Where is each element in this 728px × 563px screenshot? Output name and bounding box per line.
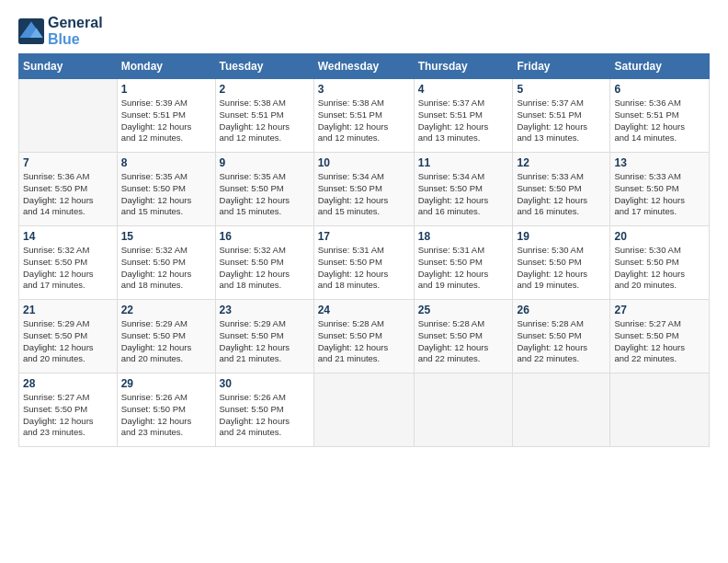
week-row-4: 21Sunrise: 5:29 AM Sunset: 5:50 PM Dayli… <box>19 300 710 373</box>
day-number: 5 <box>517 83 606 96</box>
calendar-cell: 28Sunrise: 5:27 AM Sunset: 5:50 PM Dayli… <box>19 373 118 447</box>
calendar-cell: 6Sunrise: 5:36 AM Sunset: 5:51 PM Daylig… <box>610 79 710 153</box>
day-number: 4 <box>418 83 509 96</box>
calendar-cell: 25Sunrise: 5:28 AM Sunset: 5:50 PM Dayli… <box>414 300 513 373</box>
calendar-cell <box>313 373 414 447</box>
day-number: 9 <box>220 156 310 169</box>
calendar-cell <box>19 79 118 153</box>
calendar-cell: 27Sunrise: 5:27 AM Sunset: 5:50 PM Dayli… <box>610 300 710 373</box>
calendar-cell <box>610 373 710 447</box>
calendar-cell: 12Sunrise: 5:33 AM Sunset: 5:50 PM Dayli… <box>513 153 610 226</box>
cell-info: Sunrise: 5:28 AM Sunset: 5:50 PM Dayligh… <box>517 318 606 365</box>
day-number: 13 <box>614 156 705 169</box>
day-number: 12 <box>517 156 606 169</box>
calendar-cell: 29Sunrise: 5:26 AM Sunset: 5:50 PM Dayli… <box>117 373 215 447</box>
day-number: 23 <box>220 304 310 316</box>
cell-info: Sunrise: 5:31 AM Sunset: 5:50 PM Dayligh… <box>418 245 509 292</box>
calendar-cell: 11Sunrise: 5:34 AM Sunset: 5:50 PM Dayli… <box>414 153 513 226</box>
cell-info: Sunrise: 5:27 AM Sunset: 5:50 PM Dayligh… <box>614 318 705 365</box>
day-number: 11 <box>418 156 509 169</box>
day-number: 6 <box>614 83 705 96</box>
day-number: 22 <box>121 304 211 316</box>
header: General Blue <box>18 15 710 48</box>
day-number: 27 <box>614 304 705 316</box>
cell-info: Sunrise: 5:35 AM Sunset: 5:50 PM Dayligh… <box>220 171 310 218</box>
cell-info: Sunrise: 5:28 AM Sunset: 5:50 PM Dayligh… <box>318 318 410 365</box>
weekday-saturday: Saturday <box>610 54 710 79</box>
calendar-cell: 9Sunrise: 5:35 AM Sunset: 5:50 PM Daylig… <box>215 153 313 226</box>
week-row-5: 28Sunrise: 5:27 AM Sunset: 5:50 PM Dayli… <box>19 373 710 447</box>
calendar-cell: 15Sunrise: 5:32 AM Sunset: 5:50 PM Dayli… <box>117 226 215 300</box>
cell-info: Sunrise: 5:31 AM Sunset: 5:50 PM Dayligh… <box>318 245 410 292</box>
cell-info: Sunrise: 5:38 AM Sunset: 5:51 PM Dayligh… <box>220 98 310 144</box>
day-number: 26 <box>517 304 606 316</box>
weekday-monday: Monday <box>117 54 215 79</box>
calendar-cell: 16Sunrise: 5:32 AM Sunset: 5:50 PM Dayli… <box>215 226 313 300</box>
logo-text: General Blue <box>48 15 103 48</box>
cell-info: Sunrise: 5:29 AM Sunset: 5:50 PM Dayligh… <box>220 318 310 365</box>
week-row-3: 14Sunrise: 5:32 AM Sunset: 5:50 PM Dayli… <box>19 226 710 300</box>
calendar-cell: 13Sunrise: 5:33 AM Sunset: 5:50 PM Dayli… <box>610 153 710 226</box>
cell-info: Sunrise: 5:30 AM Sunset: 5:50 PM Dayligh… <box>614 245 705 292</box>
cell-info: Sunrise: 5:36 AM Sunset: 5:51 PM Dayligh… <box>614 98 705 144</box>
week-row-2: 7Sunrise: 5:36 AM Sunset: 5:50 PM Daylig… <box>19 153 710 226</box>
day-number: 10 <box>318 156 410 169</box>
week-row-1: 1Sunrise: 5:39 AM Sunset: 5:51 PM Daylig… <box>19 79 710 153</box>
cell-info: Sunrise: 5:35 AM Sunset: 5:50 PM Dayligh… <box>121 171 211 218</box>
calendar-cell: 7Sunrise: 5:36 AM Sunset: 5:50 PM Daylig… <box>19 153 118 226</box>
cell-info: Sunrise: 5:34 AM Sunset: 5:50 PM Dayligh… <box>318 171 410 218</box>
day-number: 7 <box>23 156 113 169</box>
cell-info: Sunrise: 5:32 AM Sunset: 5:50 PM Dayligh… <box>23 245 113 292</box>
calendar-cell: 30Sunrise: 5:26 AM Sunset: 5:50 PM Dayli… <box>215 373 313 447</box>
cell-info: Sunrise: 5:27 AM Sunset: 5:50 PM Dayligh… <box>23 392 113 439</box>
day-number: 30 <box>220 377 310 390</box>
calendar-cell: 14Sunrise: 5:32 AM Sunset: 5:50 PM Dayli… <box>19 226 118 300</box>
day-number: 1 <box>121 83 211 96</box>
logo-icon <box>18 18 44 44</box>
weekday-tuesday: Tuesday <box>215 54 313 79</box>
calendar-cell: 3Sunrise: 5:38 AM Sunset: 5:51 PM Daylig… <box>313 79 414 153</box>
calendar-cell: 4Sunrise: 5:37 AM Sunset: 5:51 PM Daylig… <box>414 79 513 153</box>
cell-info: Sunrise: 5:32 AM Sunset: 5:50 PM Dayligh… <box>220 245 310 292</box>
day-number: 29 <box>121 377 211 390</box>
weekday-sunday: Sunday <box>19 54 118 79</box>
calendar-cell: 24Sunrise: 5:28 AM Sunset: 5:50 PM Dayli… <box>313 300 414 373</box>
day-number: 8 <box>121 156 211 169</box>
cell-info: Sunrise: 5:30 AM Sunset: 5:50 PM Dayligh… <box>517 245 606 292</box>
cell-info: Sunrise: 5:29 AM Sunset: 5:50 PM Dayligh… <box>23 318 113 365</box>
weekday-header-row: SundayMondayTuesdayWednesdayThursdayFrid… <box>19 54 710 79</box>
calendar-cell: 21Sunrise: 5:29 AM Sunset: 5:50 PM Dayli… <box>19 300 118 373</box>
calendar-cell <box>414 373 513 447</box>
calendar-cell <box>513 373 610 447</box>
calendar-cell: 1Sunrise: 5:39 AM Sunset: 5:51 PM Daylig… <box>117 79 215 153</box>
cell-info: Sunrise: 5:26 AM Sunset: 5:50 PM Dayligh… <box>220 392 310 439</box>
cell-info: Sunrise: 5:29 AM Sunset: 5:50 PM Dayligh… <box>121 318 211 365</box>
day-number: 14 <box>23 230 113 243</box>
calendar-cell: 10Sunrise: 5:34 AM Sunset: 5:50 PM Dayli… <box>313 153 414 226</box>
calendar-cell: 26Sunrise: 5:28 AM Sunset: 5:50 PM Dayli… <box>513 300 610 373</box>
cell-info: Sunrise: 5:32 AM Sunset: 5:50 PM Dayligh… <box>121 245 211 292</box>
day-number: 2 <box>220 83 310 96</box>
day-number: 28 <box>23 377 113 390</box>
day-number: 15 <box>121 230 211 243</box>
calendar-cell: 23Sunrise: 5:29 AM Sunset: 5:50 PM Dayli… <box>215 300 313 373</box>
page: General Blue SundayMondayTuesdayWednesda… <box>0 0 728 462</box>
cell-info: Sunrise: 5:37 AM Sunset: 5:51 PM Dayligh… <box>517 98 606 144</box>
cell-info: Sunrise: 5:37 AM Sunset: 5:51 PM Dayligh… <box>418 98 509 144</box>
day-number: 19 <box>517 230 606 243</box>
weekday-friday: Friday <box>513 54 610 79</box>
cell-info: Sunrise: 5:26 AM Sunset: 5:50 PM Dayligh… <box>121 392 211 439</box>
day-number: 3 <box>318 83 410 96</box>
cell-info: Sunrise: 5:39 AM Sunset: 5:51 PM Dayligh… <box>121 98 211 144</box>
cell-info: Sunrise: 5:38 AM Sunset: 5:51 PM Dayligh… <box>318 98 410 144</box>
day-number: 18 <box>418 230 509 243</box>
calendar-cell: 8Sunrise: 5:35 AM Sunset: 5:50 PM Daylig… <box>117 153 215 226</box>
calendar-cell: 5Sunrise: 5:37 AM Sunset: 5:51 PM Daylig… <box>513 79 610 153</box>
cell-info: Sunrise: 5:33 AM Sunset: 5:50 PM Dayligh… <box>517 171 606 218</box>
weekday-thursday: Thursday <box>414 54 513 79</box>
weekday-wednesday: Wednesday <box>313 54 414 79</box>
day-number: 20 <box>614 230 705 243</box>
day-number: 17 <box>318 230 410 243</box>
calendar-cell: 19Sunrise: 5:30 AM Sunset: 5:50 PM Dayli… <box>513 226 610 300</box>
logo: General Blue <box>18 15 103 48</box>
